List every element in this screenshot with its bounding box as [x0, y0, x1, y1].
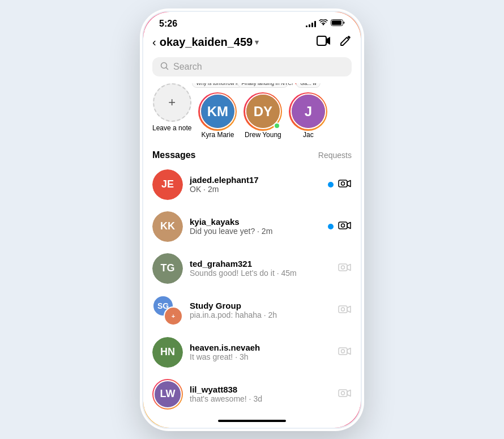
chevron-down-icon: ▾	[255, 38, 259, 46]
story-label-drew-young: Drew Young	[245, 131, 281, 139]
status-time: 5:26	[159, 19, 177, 29]
camera-icon-ted-graham321[interactable]	[338, 261, 352, 276]
video-call-icon[interactable]	[317, 35, 331, 50]
header-icons	[317, 35, 352, 50]
avatar-lil-wyatt838: LW	[152, 379, 183, 410]
story-item-leave-note[interactable]: + Leave a note	[152, 83, 191, 139]
story-item-drew-young[interactable]: DY Finally landing in NYC! ❤️ Drew Young	[244, 83, 282, 139]
screen: 5:26	[143, 12, 361, 428]
svg-rect-1	[332, 20, 341, 25]
camera-icon-kyia-kayaks[interactable]	[338, 219, 352, 234]
status-icons	[306, 19, 345, 28]
svg-point-9	[341, 266, 345, 269]
unread-dot-jaded-elephant17	[328, 182, 334, 187]
message-item-study-group[interactable]: SG + Study Group pia.in.a.pod: hahaha · …	[143, 289, 361, 331]
svg-point-15	[341, 391, 345, 395]
messages-title: Messages	[152, 150, 196, 160]
svg-rect-12	[339, 348, 347, 355]
msg-content-study-group: Study Group pia.in.a.pod: hahaha · 2h	[190, 301, 331, 319]
story-label-kyra-marie: Kyra Marie	[201, 131, 234, 139]
home-indicator	[218, 420, 286, 422]
message-item-lil-wyatt838[interactable]: LW lil_wyatt838 that's awesome! · 3d	[143, 373, 361, 415]
search-bar[interactable]: Search	[152, 57, 352, 76]
search-icon	[160, 62, 169, 72]
svg-rect-14	[339, 390, 347, 397]
messages-section-header: Messages Requests	[143, 146, 361, 164]
avatar-ted-graham321: TG	[152, 253, 183, 284]
camera-icon-jaded-elephant17[interactable]	[338, 177, 352, 192]
svg-rect-8	[339, 264, 347, 271]
svg-rect-10	[339, 306, 347, 313]
msg-preview-study-group: pia.in.a.pod: hahaha · 2h	[190, 310, 331, 319]
camera-icon-study-group[interactable]	[338, 303, 352, 318]
msg-username-study-group: Study Group	[190, 301, 331, 310]
message-item-kyia-kayaks[interactable]: KK kyia_kayaks Did you leave yet? · 2m	[143, 206, 361, 248]
back-button[interactable]: ‹	[152, 36, 156, 49]
stories-row: + Leave a note KM Why is tomorrow Monday…	[143, 83, 361, 146]
msg-right-heaven-nevaeh	[338, 345, 352, 360]
story-item-kyra-marie[interactable]: KM Why is tomorrow Monday!? 😑 Kyra Marie	[198, 83, 237, 139]
svg-point-11	[341, 308, 345, 311]
avatar-heaven-nevaeh: HN	[152, 337, 183, 368]
msg-content-kyia-kayaks: kyia_kayaks Did you leave yet? · 2m	[190, 217, 321, 236]
avatar-kyia-kayaks: KK	[152, 211, 183, 242]
svg-point-7	[341, 224, 345, 227]
svg-rect-2	[317, 36, 326, 45]
message-item-heaven-nevaeh[interactable]: HN heaven.is.nevaeh It was great! · 3h	[143, 331, 361, 373]
story-avatar-jac: J	[289, 92, 327, 131]
svg-rect-6	[339, 222, 347, 229]
wifi-icon	[319, 19, 328, 28]
msg-right-study-group	[338, 303, 352, 318]
phone-shell: 5:26	[142, 10, 362, 429]
msg-username-kyia-kayaks: kyia_kayaks	[190, 217, 321, 227]
msg-preview-kyia-kayaks: Did you leave yet? · 2m	[190, 227, 321, 236]
story-item-jac[interactable]: J Ga... w Jac	[289, 83, 327, 139]
msg-preview-ted-graham321: Sounds good! Let's do it · 45m	[190, 268, 331, 278]
message-item-jaded-elephant17[interactable]: JE jaded.elephant17 OK · 2m	[143, 164, 361, 206]
avatar-study-group: SG +	[152, 295, 183, 326]
story-note-kyra: Why is tomorrow Monday!? 😑	[192, 83, 243, 88]
story-avatar-kyra-marie: KM	[198, 92, 237, 131]
online-status-dot	[274, 122, 280, 129]
compose-icon[interactable]	[339, 35, 352, 50]
msg-username-ted-graham321: ted_graham321	[190, 259, 331, 268]
message-list: JE jaded.elephant17 OK · 2m	[143, 164, 361, 416]
battery-icon	[331, 19, 345, 28]
story-avatar-add: +	[153, 83, 191, 122]
unread-dot-kyia-kayaks	[328, 224, 334, 229]
msg-username-jaded-elephant17: jaded.elephant17	[190, 175, 321, 185]
message-item-ted-graham321[interactable]: TG ted_graham321 Sounds good! Let's do i…	[143, 248, 361, 289]
message-item-paisley-print48[interactable]: PP paisley.print.48 Whaaat?? · 8h	[143, 415, 361, 416]
status-bar: 5:26	[143, 12, 361, 32]
story-label-jac: Jac	[303, 131, 314, 139]
msg-content-jaded-elephant17: jaded.elephant17 OK · 2m	[190, 175, 321, 194]
svg-rect-4	[339, 180, 347, 187]
msg-right-kyia-kayaks	[328, 219, 352, 234]
msg-content-heaven-nevaeh: heaven.is.nevaeh It was great! · 3h	[190, 343, 331, 361]
signal-bars-icon	[306, 20, 316, 27]
msg-username-lil-wyatt838: lil_wyatt838	[190, 385, 331, 394]
msg-right-lil-wyatt838	[338, 387, 352, 402]
svg-point-5	[341, 182, 345, 185]
avatar-jaded-elephant17: JE	[152, 169, 183, 200]
msg-username-heaven-nevaeh: heaven.is.nevaeh	[190, 343, 331, 352]
msg-preview-heaven-nevaeh: It was great! · 3h	[190, 352, 331, 361]
msg-right-jaded-elephant17	[328, 177, 352, 192]
msg-preview-lil-wyatt838: that's awesome! · 3d	[190, 394, 331, 403]
msg-preview-jaded-elephant17: OK · 2m	[190, 185, 321, 194]
header: ‹ okay_kaiden_459 ▾	[143, 32, 361, 55]
requests-button[interactable]: Requests	[318, 151, 352, 160]
username-display[interactable]: okay_kaiden_459 ▾	[160, 36, 317, 49]
story-note-jac: Ga... w	[296, 83, 321, 88]
msg-right-ted-graham321	[338, 261, 352, 276]
msg-content-ted-graham321: ted_graham321 Sounds good! Let's do it ·…	[190, 259, 331, 278]
story-label-leave-note: Leave a note	[152, 124, 191, 132]
svg-point-13	[341, 350, 345, 353]
msg-content-lil-wyatt838: lil_wyatt838 that's awesome! · 3d	[190, 385, 331, 403]
camera-icon-lil-wyatt838[interactable]	[338, 387, 352, 402]
story-note-drew: Finally landing in NYC! ❤️	[237, 83, 288, 88]
search-placeholder: Search	[173, 62, 202, 72]
camera-icon-heaven-nevaeh[interactable]	[338, 345, 352, 360]
